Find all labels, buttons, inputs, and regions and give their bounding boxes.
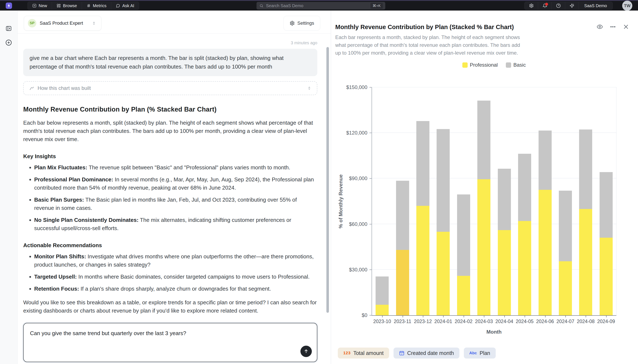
x-tick-label: 2024-05 [514, 319, 535, 324]
scrollbar-thumb[interactable] [327, 47, 329, 313]
legend-item-basic[interactable]: Basic [506, 62, 526, 68]
segment-professional[interactable] [539, 190, 552, 315]
chat-input[interactable]: Can you give the same trend but quarterl… [23, 323, 317, 362]
notifications-button[interactable] [538, 2, 552, 10]
y-tick-label: $90,000 [349, 176, 367, 181]
sidebar-toggle-icon[interactable] [6, 25, 12, 32]
y-tick-mark [370, 178, 372, 179]
send-button[interactable] [300, 346, 312, 357]
avatar-initials: TW [624, 3, 630, 8]
segment-professional[interactable] [599, 238, 613, 315]
bar-2024-05[interactable] [514, 87, 535, 315]
bar-2023-10[interactable] [372, 87, 392, 315]
segment-basic[interactable] [376, 276, 389, 304]
help-button[interactable] [552, 2, 565, 10]
bar-2024-06[interactable] [535, 87, 555, 315]
search-icon [259, 4, 263, 8]
segment-basic[interactable] [518, 154, 531, 221]
stacked-bar-chart[interactable]: $0$30,000$60,000$90,000$120,000$150,0002… [372, 87, 616, 316]
field-tag-total-amount[interactable]: 123 Total amount [338, 348, 389, 358]
hash-icon [87, 4, 91, 8]
project-switcher[interactable]: SaaS Demo [579, 2, 612, 10]
new-button[interactable]: New [28, 2, 52, 10]
segment-professional[interactable] [437, 232, 450, 315]
y-tick-mark [370, 224, 372, 224]
segment-basic[interactable] [457, 194, 470, 276]
segment-professional[interactable] [477, 179, 490, 315]
y-axis-title: % of Monthly Revenue [338, 174, 344, 228]
agent-settings-button[interactable]: Settings [283, 16, 321, 30]
eye-icon[interactable] [597, 24, 603, 30]
x-tick-label: 2024-02 [454, 319, 474, 324]
tag-label: Plan [480, 350, 490, 356]
user-avatar[interactable]: TW [622, 1, 632, 11]
x-tick-mark [545, 315, 545, 318]
chat-header: SP SaaS Product Expert Settings [18, 10, 331, 34]
bar-2024-07[interactable] [555, 87, 575, 315]
how-built-collapsible[interactable]: How this chart was built [23, 81, 317, 95]
tag-label: Total amount [354, 350, 384, 356]
chat-scroll-area[interactable]: 3 minutes ago give me a bar chart where … [18, 34, 331, 364]
settings-nav-button[interactable] [525, 2, 538, 10]
segment-professional[interactable] [498, 230, 511, 315]
legend-item-professional[interactable]: Professional [462, 62, 498, 68]
x-tick-label: 2024-06 [535, 319, 555, 324]
list-item: Plan Mix Fluctuates: The revenue split b… [34, 164, 317, 172]
agent-selector[interactable]: SP SaaS Product Expert [24, 16, 101, 30]
grid-icon [57, 4, 61, 8]
x-tick-mark [403, 315, 403, 318]
x-tick-mark [504, 315, 505, 318]
bar-2024-03[interactable] [474, 87, 494, 315]
segment-professional[interactable] [559, 261, 572, 315]
segment-basic[interactable] [416, 121, 429, 206]
segment-professional[interactable] [579, 209, 592, 315]
segment-professional[interactable] [376, 305, 389, 315]
segment-basic[interactable] [599, 172, 613, 238]
x-tick-label: 2024-09 [596, 319, 616, 324]
segment-basic[interactable] [437, 129, 450, 232]
segment-basic[interactable] [539, 130, 552, 190]
chevron-up-down-icon [92, 21, 96, 25]
segment-basic[interactable] [477, 100, 490, 179]
browse-button[interactable]: Browse [52, 2, 82, 10]
bar-2024-01[interactable] [433, 87, 453, 315]
chat-panel: SP SaaS Product Expert Settings 3 minute… [18, 10, 331, 364]
bar-2023-12[interactable] [413, 87, 433, 315]
x-tick-label: 2024-04 [494, 319, 514, 324]
segment-basic[interactable] [498, 169, 511, 230]
segment-professional[interactable] [396, 250, 409, 315]
ask-ai-button[interactable]: Ask AI [111, 2, 139, 10]
close-icon[interactable] [623, 24, 629, 30]
legend-swatch [462, 62, 468, 68]
field-tag-plan[interactable]: Abc Plan [464, 348, 496, 358]
ellipsis-icon[interactable] [610, 24, 616, 30]
how-built-label: How this chart was built [38, 85, 302, 91]
segment-professional[interactable] [416, 206, 429, 315]
bar-2023-11[interactable] [392, 87, 413, 315]
segment-professional[interactable] [457, 276, 470, 315]
nav-button-group: New Browse Metrics Ask AI [28, 2, 139, 10]
y-tick-mark [370, 315, 372, 316]
bar-2024-02[interactable] [454, 87, 474, 315]
segment-basic[interactable] [396, 181, 409, 250]
lightning-bolt-icon [7, 4, 11, 8]
segment-professional[interactable] [518, 221, 531, 315]
ai-assistant-button[interactable] [565, 2, 579, 10]
app-logo[interactable] [6, 2, 12, 9]
bar-2024-04[interactable] [494, 87, 514, 315]
new-thread-icon[interactable] [5, 39, 12, 46]
y-tick-label: $150,000 [346, 84, 367, 90]
x-tick-mark [423, 315, 423, 318]
chart-legend: ProfessionalBasic [372, 62, 616, 68]
global-search-input[interactable]: Search SaaS Demo ⌘+K [256, 2, 385, 10]
bar-2024-08[interactable] [575, 87, 596, 315]
legend-swatch [506, 62, 511, 68]
field-tag-created-date-month[interactable]: Created date month [394, 348, 459, 358]
search-shortcut-badge: ⌘+K [370, 2, 383, 9]
metrics-button[interactable]: Metrics [82, 2, 111, 10]
segment-basic[interactable] [559, 191, 572, 261]
bar-2024-09[interactable] [596, 87, 616, 315]
segment-basic[interactable] [579, 130, 592, 209]
nav-item-label: New [39, 3, 47, 8]
text-field-icon: Abc [469, 351, 477, 355]
